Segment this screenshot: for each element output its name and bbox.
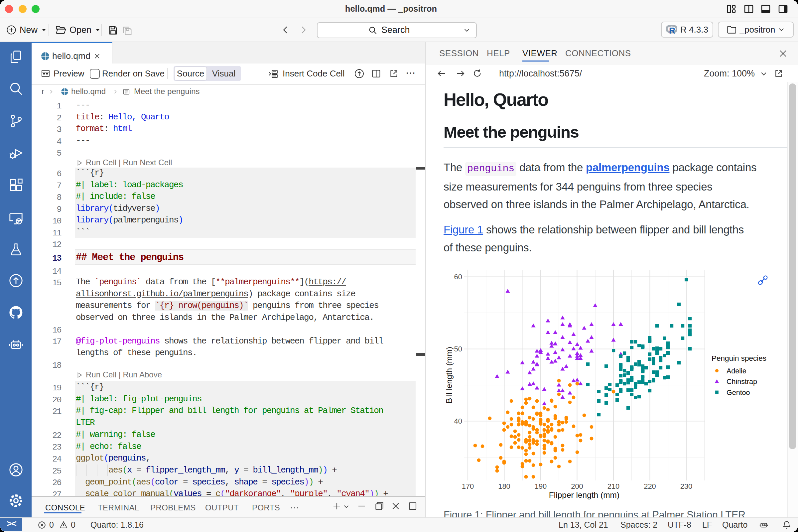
svg-text:230: 230 <box>680 482 692 491</box>
svg-text:190: 190 <box>535 482 547 491</box>
svg-text:R: R <box>669 25 675 34</box>
svg-text:180: 180 <box>498 482 510 491</box>
svg-text:Gentoo: Gentoo <box>726 389 750 397</box>
svg-text:Flipper length (mm): Flipper length (mm) <box>549 491 620 499</box>
svg-text:50: 50 <box>454 345 462 353</box>
svg-text:Chinstrap: Chinstrap <box>726 378 757 386</box>
svg-text:Penguin species: Penguin species <box>711 354 766 362</box>
svg-text:40: 40 <box>454 417 462 425</box>
svg-text:170: 170 <box>462 482 474 491</box>
svg-text:200: 200 <box>571 482 583 491</box>
svg-text:Adelie: Adelie <box>726 367 746 375</box>
svg-text:210: 210 <box>607 482 620 491</box>
svg-text:Bill length (mm): Bill length (mm) <box>444 347 454 403</box>
svg-text:220: 220 <box>644 482 656 491</box>
svg-text:60: 60 <box>454 273 462 281</box>
